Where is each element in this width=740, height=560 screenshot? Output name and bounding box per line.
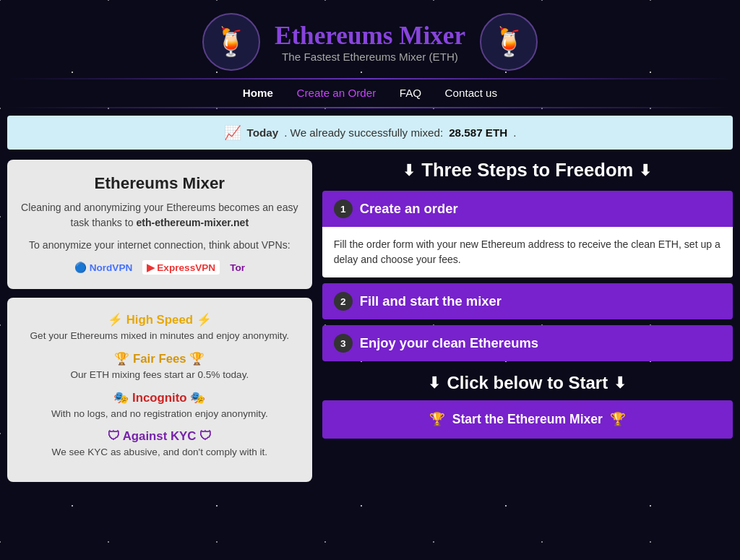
site-title: Ethereums Mixer (275, 22, 465, 51)
step3-block: 3 Enjoy your clean Ethereums (322, 325, 733, 361)
site-subtitle: The Fastest Ethereums Mixer (ETH) (275, 51, 465, 63)
nav-home[interactable]: Home (243, 87, 273, 99)
click-heading: ⬇ Click below to Start ⬇ (322, 373, 733, 393)
nordvpn-icon: 🔵 (74, 262, 87, 273)
feature-fees: 🏆 Fair Fees 🏆 Our ETH mixing fees start … (20, 351, 299, 380)
ticker-middle: . We already successfully mixed: (284, 126, 443, 139)
mixer-btn-icon-left: 🏆 (429, 412, 445, 427)
step2-block: 2 Fill and start the mixer (322, 283, 733, 319)
step3-label: Enjoy your clean Ethereums (360, 335, 538, 351)
tor-logo: Tor (230, 262, 245, 273)
page-header: 🍹 Ethereums Mixer The Fastest Ethereums … (0, 0, 740, 78)
feature-speed: ⚡ High Speed ⚡ Get your Ethereums mixed … (20, 312, 299, 341)
step1-header: 1 Create an order (322, 191, 733, 227)
feature-kyc-desc: We see KYC as abusive, and don't comply … (20, 447, 299, 457)
about-card: Ethereums Mixer Cleaning and anonymizing… (7, 160, 312, 289)
feature-fees-title: 🏆 Fair Fees 🏆 (20, 351, 299, 366)
click-arrow-right-icon: ⬇ (614, 374, 627, 392)
feature-kyc-title: 🛡 Against KYC 🛡 (20, 429, 299, 444)
right-column: ⬇ Three Steps to Freedom ⬇ 1 Create an o… (322, 160, 733, 482)
vpn-logos: 🔵 NordVPN ▶ ExpressVPN Tor (20, 260, 299, 275)
feature-incognito: 🎭 Incognito 🎭 With no logs, and no regis… (20, 390, 299, 419)
nordvpn-logo: 🔵 NordVPN (74, 262, 133, 273)
feature-kyc: 🛡 Against KYC 🛡 We see KYC as abusive, a… (20, 429, 299, 457)
arrow-down-left-icon: ⬇ (403, 162, 416, 179)
expressvpn-logo: ▶ ExpressVPN (142, 260, 220, 275)
click-arrow-left-icon: ⬇ (428, 374, 441, 392)
feature-speed-title: ⚡ High Speed ⚡ (20, 312, 299, 327)
main-content: Ethereums Mixer Cleaning and anonymizing… (0, 160, 740, 496)
chart-icon: 📈 (224, 124, 241, 141)
about-desc2: To anonymize your internet connection, t… (20, 238, 299, 253)
nav-divider (7, 107, 733, 108)
ticker-suffix: . (513, 126, 516, 139)
arrow-down-right-icon: ⬇ (639, 162, 652, 179)
about-desc1: Cleaning and anonymizing your Ethereums … (20, 200, 299, 231)
start-btn-label: Start the Ethereum Mixer (452, 412, 603, 427)
nav-contact[interactable]: Contact us (445, 87, 498, 99)
feature-incognito-desc: With no logs, and no registration enjoy … (20, 408, 299, 419)
step3-header: 3 Enjoy your clean Ethereums (322, 325, 733, 361)
feature-speed-desc: Get your Ethereums mixed in minutes and … (20, 330, 299, 341)
ticker-today: Today (247, 126, 279, 139)
nav-create-order[interactable]: Create an Order (297, 87, 377, 99)
about-title: Ethereums Mixer (20, 174, 299, 193)
features-card: ⚡ High Speed ⚡ Get your Ethereums mixed … (7, 298, 312, 482)
main-nav: Home Create an Order FAQ Contact us (0, 79, 740, 107)
nav-faq[interactable]: FAQ (400, 87, 421, 99)
steps-heading: ⬇ Three Steps to Freedom ⬇ (322, 160, 733, 181)
step2-header: 2 Fill and start the mixer (322, 283, 733, 319)
step1-number: 1 (334, 199, 353, 218)
header-logo-right: 🍹 (480, 13, 538, 71)
header-logo-left: 🍹 (202, 13, 260, 71)
step1-label: Create an order (360, 201, 458, 217)
feature-incognito-title: 🎭 Incognito 🎭 (20, 390, 299, 405)
feature-fees-desc: Our ETH mixing fees start ar 0.5% today. (20, 369, 299, 380)
blender-icon-right: 🍹 (492, 26, 526, 58)
left-column: Ethereums Mixer Cleaning and anonymizing… (7, 160, 312, 482)
step1-block: 1 Create an order Fill the order form wi… (322, 191, 733, 277)
blender-icon-left: 🍹 (214, 26, 248, 58)
header-text: Ethereums Mixer The Fastest Ethereums Mi… (275, 22, 465, 63)
step1-body: Fill the order form with your new Ethere… (322, 227, 733, 277)
step3-number: 3 (334, 334, 353, 353)
ticker-amount: 28.587 ETH (449, 126, 507, 139)
mixer-btn-icon-right: 🏆 (610, 412, 626, 427)
step2-label: Fill and start the mixer (360, 293, 502, 309)
start-mixer-button[interactable]: 🏆 Start the Ethereum Mixer 🏆 (322, 400, 733, 439)
ticker-bar: 📈 Today . We already successfully mixed:… (7, 116, 733, 150)
expressvpn-icon: ▶ (147, 262, 155, 273)
step2-number: 2 (334, 292, 353, 311)
